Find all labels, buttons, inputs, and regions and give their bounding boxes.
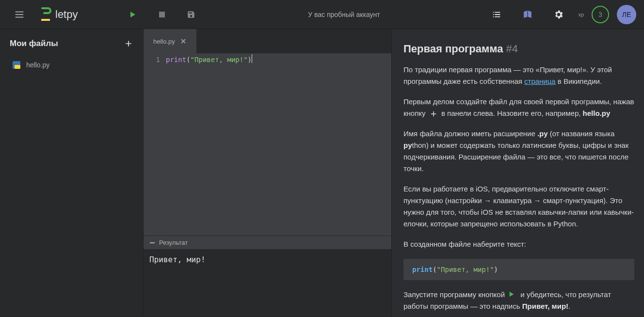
svg-rect-9 [150, 242, 155, 243]
lesson-title: Первая программа #4 [403, 43, 634, 55]
list-icon[interactable] [489, 7, 504, 22]
lesson-p4: Если вы работаете в iOS, предварительно … [403, 183, 634, 230]
code-block: print("Привет, мир!") [403, 259, 634, 280]
code-editor[interactable]: 1 print("Привет, мир!") [144, 53, 391, 236]
avatar-initials: ЛЕ [622, 11, 631, 18]
add-file-button[interactable] [124, 39, 133, 48]
avatar[interactable]: ЛЕ [617, 5, 636, 24]
plus-icon [429, 110, 438, 118]
line-number: 1 [144, 54, 160, 65]
topbar: letpy У вас пробный аккаунт xp 3 ЛЕ [0, 0, 644, 29]
lesson-title-text: Первая программа [403, 43, 503, 55]
book-icon[interactable] [520, 7, 535, 22]
sidebar-title: Мои файлы [10, 39, 58, 48]
code-token-string: "Привет, мир!" [191, 54, 248, 65]
svg-rect-6 [15, 65, 20, 69]
instructions-panel[interactable]: Первая программа #4 По традиции первая п… [391, 29, 644, 317]
header-right: xp 3 ЛЕ [485, 5, 636, 24]
cursor [252, 54, 252, 63]
result-header[interactable]: Результат [144, 236, 391, 249]
xp-label: xp [578, 12, 584, 17]
lesson-p3: Имя файла должно иметь расширение .py (о… [403, 128, 634, 174]
code-token-paren: ) [248, 54, 252, 65]
logo[interactable]: letpy [41, 7, 78, 22]
lesson-p5: В созданном файле наберите текст: [403, 238, 634, 250]
code-line: print("Привет, мир!") [166, 54, 391, 65]
settings-icon[interactable] [551, 7, 566, 22]
editor-area: hello.py 1 print("Привет, мир!") Результ… [144, 29, 391, 317]
python-file-icon [12, 60, 21, 70]
lesson-number: #4 [506, 43, 518, 55]
file-item[interactable]: hello.py [0, 56, 143, 74]
collapse-icon[interactable] [149, 240, 155, 246]
svg-rect-3 [41, 19, 50, 21]
close-icon[interactable] [180, 38, 187, 45]
xp-value: 3 [598, 11, 602, 18]
code-content[interactable]: print("Привет, мир!") [164, 53, 391, 236]
sidebar: Мои файлы hello.py [0, 29, 144, 317]
lesson-p6: Запустите программу кнопкой и убедитесь,… [403, 289, 634, 312]
code-token-fn: print [166, 54, 186, 65]
wiki-link[interactable]: страница [524, 77, 556, 85]
stop-button[interactable] [154, 7, 170, 22]
tab-label: hello.py [153, 38, 175, 45]
logo-mark-icon [41, 7, 51, 22]
gutter: 1 [144, 53, 164, 236]
result-panel: Привет, мир! [144, 249, 391, 317]
menu-icon[interactable] [12, 7, 27, 22]
toolbar-actions [121, 7, 203, 22]
tab[interactable]: hello.py [144, 29, 196, 53]
logo-text: letpy [55, 8, 78, 21]
save-button[interactable] [183, 7, 199, 22]
result-output: Привет, мир! [149, 255, 386, 264]
result-label: Результат [159, 239, 188, 246]
file-name: hello.py [26, 61, 49, 69]
lesson-p2: Первым делом создайте файл для своей пер… [403, 96, 634, 119]
main: Мои файлы hello.py hello.py 1 [0, 29, 644, 317]
xp-badge[interactable]: 3 [592, 6, 609, 23]
sidebar-header: Мои файлы [0, 39, 143, 56]
lesson-p1: По традиции первая программа — это «Прив… [403, 64, 634, 87]
play-icon [508, 291, 517, 300]
tabs-bar: hello.py [144, 29, 391, 53]
code-token-paren: ( [186, 54, 190, 65]
trial-account-text: У вас пробный аккаунт [203, 11, 485, 18]
svg-rect-4 [159, 12, 165, 17]
run-button[interactable] [125, 7, 141, 22]
